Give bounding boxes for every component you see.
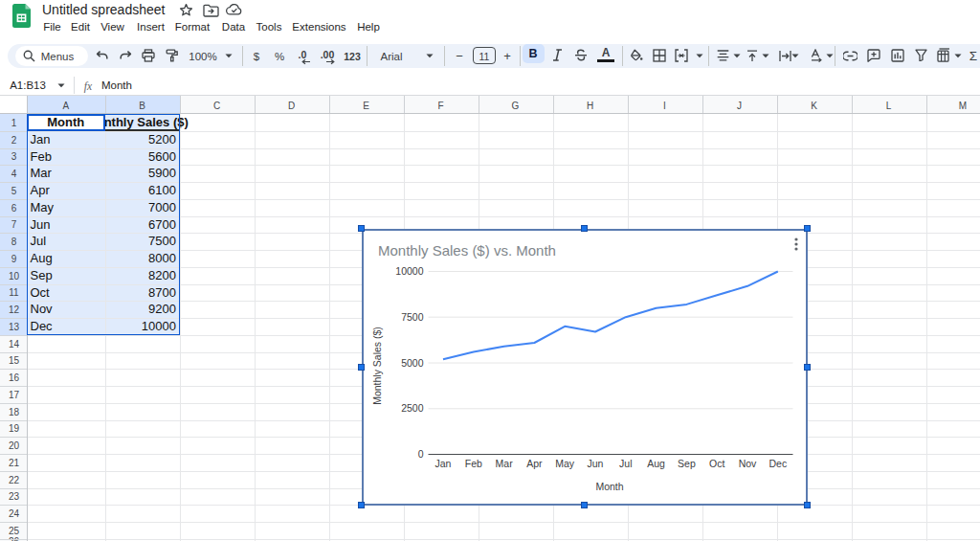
svg-text:Apr: Apr	[526, 457, 543, 468]
svg-text:7500: 7500	[401, 310, 424, 322]
svg-text:5000: 5000	[401, 356, 424, 368]
svg-text:Aug: Aug	[647, 457, 665, 468]
svg-text:May: May	[555, 457, 575, 468]
svg-text:Month: Month	[595, 480, 623, 491]
svg-text:Feb: Feb	[464, 457, 481, 468]
svg-text:Dec: Dec	[768, 457, 787, 468]
svg-text:Jan: Jan	[434, 457, 451, 468]
svg-text:2500: 2500	[401, 402, 424, 414]
svg-text:Monthly Sales ($): Monthly Sales ($)	[371, 327, 383, 405]
svg-text:Oct: Oct	[709, 457, 724, 468]
svg-text:Nov: Nov	[738, 457, 756, 468]
svg-text:Jun: Jun	[587, 457, 603, 468]
svg-text:0: 0	[417, 448, 423, 460]
svg-text:10000: 10000	[395, 265, 423, 277]
svg-text:Monthly Sales ($) vs. Month: Monthly Sales ($) vs. Month	[378, 242, 556, 259]
svg-text:Sep: Sep	[678, 457, 696, 468]
svg-text:Mar: Mar	[495, 457, 513, 468]
svg-text:Jul: Jul	[619, 457, 632, 468]
